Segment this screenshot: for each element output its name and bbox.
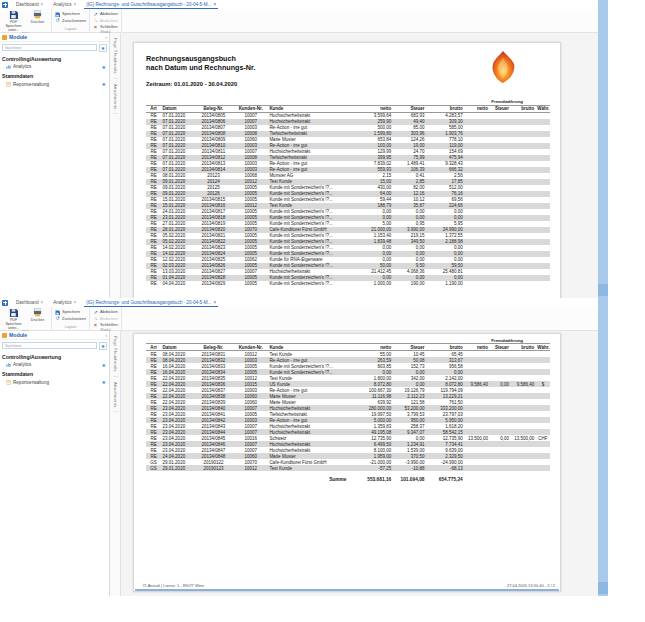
tab-page-thumbnails[interactable]: Page Thumbnails: [113, 33, 118, 79]
tab-rechnungsausgangsbuch[interactable]: (IG) Rechnungs- und Gutschriftsausgangsb…: [84, 298, 218, 307]
module-search-row: ★: [0, 340, 109, 351]
reset-layout-button[interactable]: ↺Zurücksetzen: [55, 316, 86, 321]
tab-close-icon[interactable]: ×: [74, 2, 77, 7]
tab-dashboard[interactable]: Dashboard×: [14, 298, 45, 307]
search-input[interactable]: [2, 342, 97, 349]
bar-chart-icon: [6, 64, 11, 69]
app-grid-icon[interactable]: [2, 300, 8, 306]
invoice-table-page2: Fremdwährung ArtDatum Beleg-Nr.Kunden-Nr…: [146, 337, 550, 483]
printer-icon: [33, 10, 42, 19]
table-row: RE04.04.202020134/082910005Kunde mit Son…: [146, 281, 550, 287]
ribbon-group-label-layout: Layout: [55, 325, 86, 330]
summe-netto: 553.681,16: [352, 471, 392, 483]
printer-icon: [33, 308, 42, 317]
collapse-sidebar-icon[interactable]: ‹: [105, 332, 107, 338]
summe-row: Summe 553.681,16 101.094,08 654.775,24: [146, 471, 550, 483]
floppy-small-icon: [55, 12, 60, 17]
tab-bar: Dashboard× Analytics× (IG) Rechnungs- un…: [0, 298, 608, 307]
save-layout-button[interactable]: Speichern: [55, 310, 86, 315]
ribbon: PDF Speichern unter... Drucken PDF Speic…: [0, 307, 608, 331]
sidebar-group-controlling: Controlling/Auswertung: [0, 351, 109, 361]
tab-bar: Dashboard× Analytics× (IG) Rechnungs- un…: [0, 0, 608, 9]
summe-brutto: 654.775,24: [426, 471, 464, 483]
dock-arrow-icon: ↘: [93, 18, 98, 23]
report-file-icon: [6, 380, 11, 385]
tab-close-icon[interactable]: ×: [213, 2, 216, 7]
phoenix-logo: [488, 50, 518, 84]
bar-chart-icon: [6, 362, 11, 367]
favorite-star-icon[interactable]: ★: [102, 379, 106, 385]
undock-button[interactable]: ↗Abdocken: [93, 310, 118, 315]
viewer-side-tabs: Page Thumbnails Attachments: [110, 33, 121, 298]
sidebar-group-stammdaten: Stammdaten: [0, 369, 109, 379]
module-header: Module ‹: [0, 33, 109, 42]
save-layout-button[interactable]: Speichern: [55, 12, 86, 17]
summe-label: Summe: [146, 471, 352, 483]
tab-close-icon[interactable]: ×: [40, 300, 43, 305]
tab-page-thumbnails[interactable]: Page Thumbnails: [113, 331, 118, 377]
favorite-star-icon[interactable]: ★: [102, 64, 106, 70]
ribbon: PDF Speichern unter... Drucken PDF Speic…: [0, 9, 608, 33]
sidebar-group-stammdaten: Stammdaten: [0, 71, 109, 81]
floppy-small-icon: [55, 310, 60, 315]
tab-close-icon[interactable]: ×: [213, 300, 216, 305]
favorite-star-icon[interactable]: ★: [102, 81, 106, 87]
ribbon-group-label-layout: Layout: [55, 27, 86, 32]
favorites-filter-button[interactable]: ★: [99, 44, 107, 52]
tab-dashboard[interactable]: Dashboard×: [14, 0, 45, 9]
dock-arrow-icon: ↘: [93, 316, 98, 321]
tab-attachments[interactable]: Attachments: [113, 79, 118, 114]
search-input[interactable]: [2, 44, 97, 51]
vertical-scrollbar[interactable]: [598, 298, 608, 596]
collapse-sidebar-icon[interactable]: ‹: [105, 34, 107, 40]
tab-close-icon[interactable]: ×: [40, 2, 43, 7]
favorites-filter-button[interactable]: ★: [99, 342, 107, 350]
module-icon: [2, 333, 7, 338]
vertical-scrollbar[interactable]: [598, 0, 608, 298]
floppy-icon: [9, 308, 18, 317]
module-header: Module ‹: [0, 331, 109, 340]
tab-analytics[interactable]: Analytics×: [51, 0, 78, 9]
sidebar-item-analytics[interactable]: Analytics ★: [0, 361, 109, 369]
dock-button: ↘Andocken: [93, 18, 118, 23]
pdf-save-as-button[interactable]: PDF Speichern unter...: [3, 10, 24, 32]
pdf-save-as-button[interactable]: PDF Speichern unter...: [3, 308, 24, 330]
print-button[interactable]: Drucken: [27, 308, 48, 322]
sidebar-item-analytics[interactable]: Analytics ★: [0, 63, 109, 71]
invoice-table-page1: Fremdwährung ArtDatum Beleg-Nr.Kunden-Nr…: [146, 99, 550, 287]
report-page-1: Rechnungsausgangsbuchnach Datum und Rech…: [133, 42, 561, 298]
ribbon-group-modul: ↗Abdocken ↘Andocken ×Schließen Modul: [90, 9, 122, 32]
module-sidebar: Module ‹ ★ Controlling/Auswertung Analyt…: [0, 33, 110, 298]
app-window-top: Dashboard× Analytics× (IG) Rechnungs- un…: [0, 0, 608, 298]
undo-icon: ↺: [55, 316, 60, 321]
ribbon-group-pdf: PDF Speichern unter... Drucken PDF: [0, 9, 52, 32]
tab-attachments[interactable]: Attachments: [113, 377, 118, 412]
report-page-footer: IT-Anstalt | Lizenz: 1 - 89077 Wien 27.0…: [135, 583, 559, 591]
favorite-star-icon[interactable]: ★: [102, 362, 106, 368]
ribbon-group-layout: Speichern ↺Zurücksetzen Layout: [52, 9, 90, 32]
undock-arrow-icon: ↗: [93, 310, 98, 315]
report-page-2: Fremdwährung ArtDatum Beleg-Nr.Kunden-Nr…: [133, 333, 561, 592]
undo-icon: ↺: [55, 18, 60, 23]
module-sidebar: Module ‹ ★ Controlling/Auswertung Analyt…: [0, 331, 110, 596]
reset-layout-button[interactable]: ↺Zurücksetzen: [55, 18, 86, 23]
dock-button: ↘Andocken: [93, 316, 118, 321]
viewer-side-tabs: Page Thumbnails Attachments: [110, 331, 121, 596]
tab-rechnungsausgangsbuch[interactable]: (IG) Rechnungs- und Gutschriftsausgangsb…: [84, 0, 218, 9]
print-button[interactable]: Drucken: [27, 10, 48, 24]
app-grid-icon[interactable]: [2, 2, 8, 8]
ribbon-group-modul: ↗Abdocken ↘Andocken ×Schließen Modul: [90, 307, 122, 330]
undock-button[interactable]: ↗Abdocken: [93, 12, 118, 17]
tab-close-icon[interactable]: ×: [74, 300, 77, 305]
sidebar-item-reportverwaltung[interactable]: Reportverwaltung ★: [0, 80, 109, 88]
ribbon-group-layout: Speichern ↺Zurücksetzen Layout: [52, 307, 90, 330]
footer-right-page-indicator: 27.04.2020 13:50:40 - 2 / 2: [507, 583, 555, 588]
pdf-viewer: Rechnungsausgangsbuchnach Datum und Rech…: [121, 33, 608, 298]
floppy-icon: [9, 10, 18, 19]
ribbon-group-pdf: PDF Speichern unter... Drucken PDF: [0, 307, 52, 330]
sidebar-group-controlling: Controlling/Auswertung: [0, 53, 109, 63]
summe-steuer: 101.094,08: [393, 471, 426, 483]
tab-analytics[interactable]: Analytics×: [51, 298, 78, 307]
module-icon: [2, 35, 7, 40]
sidebar-item-reportverwaltung[interactable]: Reportverwaltung ★: [0, 378, 109, 386]
